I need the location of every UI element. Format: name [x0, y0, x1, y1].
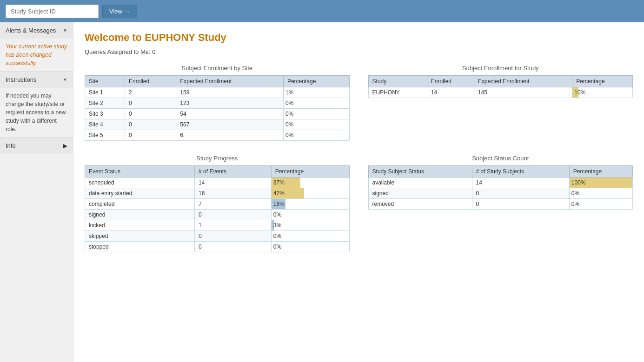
col-enrolled-s: Enrolled: [427, 76, 474, 87]
sidebar: Alerts & Messages ▼ Your current active …: [0, 22, 73, 362]
study-subject-id-input[interactable]: [6, 5, 99, 18]
alerts-header[interactable]: Alerts & Messages ▼: [0, 22, 73, 39]
instructions-label: Instructions: [6, 76, 36, 83]
table-row: signed00%: [85, 210, 350, 220]
study-progress-section: Study Progress Event Status # of Events …: [85, 155, 350, 252]
table-row: removed00%: [368, 199, 633, 210]
info-label: Info: [6, 142, 16, 149]
table-row: Site 405670%: [85, 119, 350, 130]
percentage-cell: 0%: [569, 188, 632, 199]
info-arrow-icon: ▶: [63, 142, 67, 149]
info-header[interactable]: Info ▶: [0, 138, 73, 154]
percentage-cell: 0%: [283, 119, 349, 130]
table-row: data entry started1642%: [85, 188, 350, 199]
col-study: Study: [368, 76, 427, 87]
info-section: Info ▶: [0, 138, 73, 154]
instructions-section: Instructions ▼ If needed you may change …: [0, 72, 73, 138]
main-layout: Alerts & Messages ▼ Your current active …: [0, 22, 644, 362]
col-num-events: # of Events: [195, 166, 272, 178]
table-row: skipped00%: [85, 231, 350, 242]
main-content: Welcome to EUPHONY Study Queries Assigne…: [73, 22, 644, 362]
enrollment-by-site-title: Subject Enrollment by Site: [85, 65, 350, 72]
enrollment-by-site-table: Site Enrolled Expected Enrollment Percen…: [85, 75, 350, 141]
instructions-arrow-icon: ▼: [63, 77, 67, 82]
percentage-cell: 10%: [572, 87, 633, 98]
percentage-cell: 100%: [569, 178, 632, 188]
table-row: signed00%: [368, 188, 633, 199]
instructions-header[interactable]: Instructions ▼: [0, 72, 73, 88]
top-bar: View →: [0, 0, 644, 22]
alert-message: Your current active study has been chang…: [0, 39, 73, 71]
col-pct-s: Percentage: [572, 76, 633, 87]
percentage-cell: 0%: [569, 199, 632, 210]
col-event-status: Event Status: [85, 166, 195, 178]
percentage-cell: 0%: [283, 109, 349, 119]
col-study-subject-status: Study Subject Status: [368, 166, 472, 178]
percentage-cell: 0%: [283, 130, 349, 141]
percentage-cell: 37%: [271, 178, 349, 188]
percentage-cell: 1%: [283, 87, 349, 98]
percentage-cell: 0%: [283, 98, 349, 109]
enrollment-by-site-section: Subject Enrollment by Site Site Enrolled…: [85, 65, 350, 141]
study-progress-title: Study Progress: [85, 155, 350, 162]
subject-status-count-table: Study Subject Status # of Study Subjects…: [368, 165, 633, 210]
percentage-cell: 42%: [271, 188, 349, 199]
alerts-label: Alerts & Messages: [6, 27, 56, 34]
table-row: completed718%: [85, 199, 350, 210]
table-row: scheduled1437%: [85, 178, 350, 188]
col-expected-s: Expected Enrollment: [474, 76, 572, 87]
table-row: Site 5060%: [85, 130, 350, 141]
col-expected-enrollment: Expected Enrollment: [176, 76, 284, 87]
table-row: stopped00%: [85, 242, 350, 252]
table-row: Site 121591%: [85, 87, 350, 98]
col-site: Site: [85, 76, 125, 87]
percentage-cell: 0%: [271, 242, 349, 252]
subject-status-count-section: Subject Status Count Study Subject Statu…: [368, 155, 633, 252]
page-title: Welcome to EUPHONY Study: [85, 32, 633, 44]
table-row: Site 201230%: [85, 98, 350, 109]
col-percentage: Percentage: [283, 76, 349, 87]
alerts-arrow-icon: ▼: [63, 28, 67, 33]
col-pct-subjects: Percentage: [569, 166, 632, 178]
percentage-cell: 0%: [271, 210, 349, 220]
percentage-cell: 3%: [271, 220, 349, 231]
progress-tables-row: Study Progress Event Status # of Events …: [85, 155, 633, 252]
table-row: locked13%: [85, 220, 350, 231]
view-button[interactable]: View →: [102, 5, 137, 18]
instructions-text: If needed you may change the study/site …: [0, 88, 73, 137]
enrollment-for-study-title: Subject Enrollment for Study: [368, 65, 633, 72]
col-pct-events: Percentage: [271, 166, 349, 178]
percentage-cell: 18%: [271, 199, 349, 210]
table-row: Site 30540%: [85, 109, 350, 119]
queries-assigned: Queries Assigned to Me: 0: [85, 48, 633, 55]
study-progress-table: Event Status # of Events Percentage sche…: [85, 165, 350, 252]
percentage-cell: 0%: [271, 231, 349, 242]
enrollment-for-study-section: Subject Enrollment for Study Study Enrol…: [368, 65, 633, 141]
subject-status-count-title: Subject Status Count: [368, 155, 633, 162]
enrollment-tables-row: Subject Enrollment by Site Site Enrolled…: [85, 65, 633, 141]
col-enrolled: Enrolled: [125, 76, 176, 87]
table-row: available14100%: [368, 178, 633, 188]
enrollment-for-study-table: Study Enrolled Expected Enrollment Perce…: [368, 75, 633, 98]
col-num-subjects: # of Study Subjects: [472, 166, 569, 178]
table-row: EUPHONY1414510%: [368, 87, 633, 98]
alerts-section: Alerts & Messages ▼ Your current active …: [0, 22, 73, 72]
